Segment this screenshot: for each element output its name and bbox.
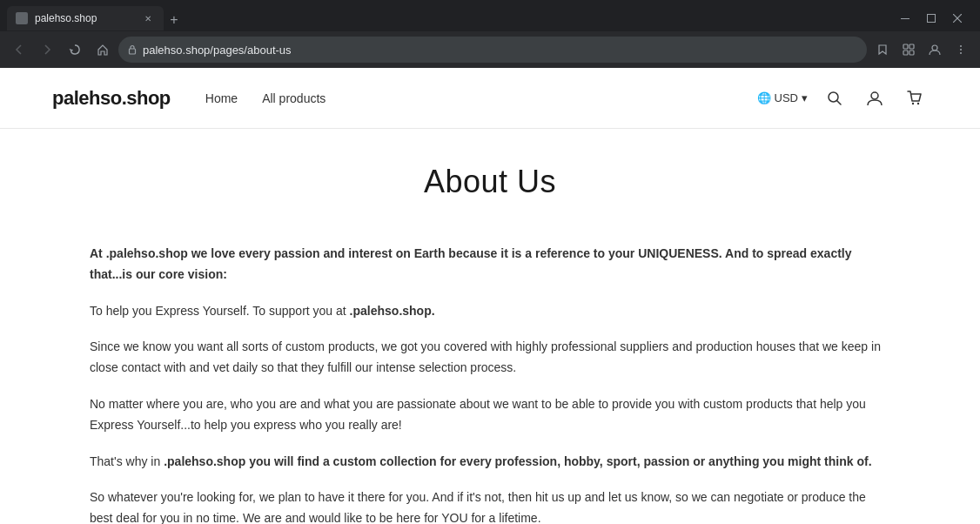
navigation-bar: palehso.shop/pages/about-us bbox=[0, 31, 980, 68]
lock-icon bbox=[127, 44, 138, 55]
website-content: palehso.shop Home All products 🌐 USD ▾ A… bbox=[0, 68, 980, 524]
svg-point-16 bbox=[912, 102, 914, 104]
svg-line-14 bbox=[837, 100, 842, 104]
active-tab[interactable]: palehso.shop ✕ bbox=[7, 6, 164, 30]
home-button[interactable] bbox=[91, 37, 115, 62]
svg-rect-1 bbox=[928, 15, 936, 23]
url-text: palehso.shop/pages/about-us bbox=[143, 44, 858, 57]
new-tab-button[interactable]: + bbox=[164, 10, 185, 30]
search-icon bbox=[827, 91, 842, 106]
window-controls bbox=[893, 6, 970, 30]
page-content: About Us At .palehso.shop we love every … bbox=[72, 129, 908, 524]
tab-close-button[interactable]: ✕ bbox=[141, 11, 155, 25]
nav-home[interactable]: Home bbox=[205, 91, 238, 105]
site-nav: Home All products bbox=[205, 91, 757, 105]
svg-rect-7 bbox=[903, 50, 908, 55]
svg-point-15 bbox=[871, 92, 878, 99]
site-logo[interactable]: palehso.shop bbox=[52, 87, 171, 110]
paragraph-3: Since we know you want all sorts of cust… bbox=[90, 337, 890, 379]
content-body: At .palehso.shop we love every passion a… bbox=[90, 244, 890, 524]
para5-text: That's why in .palehso.shop you will fin… bbox=[90, 454, 872, 468]
paragraph-6: So whatever you're looking for, we plan … bbox=[90, 487, 890, 524]
bookmark-button[interactable] bbox=[870, 37, 895, 62]
currency-button[interactable]: 🌐 USD ▾ bbox=[757, 91, 808, 104]
user-icon bbox=[867, 91, 883, 106]
cart-button[interactable] bbox=[902, 85, 928, 111]
reload-button[interactable] bbox=[63, 37, 87, 62]
extensions-button[interactable] bbox=[896, 37, 921, 62]
svg-point-17 bbox=[917, 102, 919, 104]
para2-text: To help you Express Yourself. To support… bbox=[90, 304, 435, 318]
nav-actions bbox=[870, 37, 973, 62]
svg-rect-0 bbox=[901, 18, 910, 19]
currency-chevron-icon: ▾ bbox=[802, 91, 808, 104]
paragraph-1: At .palehso.shop we love every passion a… bbox=[90, 244, 890, 286]
svg-rect-8 bbox=[910, 50, 914, 55]
paragraph-4: No matter where you are, who you are and… bbox=[90, 394, 890, 436]
header-actions: 🌐 USD ▾ bbox=[757, 85, 928, 111]
page-title: About Us bbox=[90, 164, 890, 200]
svg-rect-6 bbox=[910, 44, 914, 49]
svg-rect-5 bbox=[903, 44, 908, 49]
address-bar[interactable]: palehso.shop/pages/about-us bbox=[118, 37, 867, 63]
svg-rect-4 bbox=[130, 49, 136, 54]
cart-icon bbox=[907, 91, 923, 106]
tab-favicon bbox=[16, 12, 28, 24]
close-button[interactable] bbox=[945, 6, 970, 30]
svg-point-10 bbox=[960, 45, 962, 47]
svg-point-11 bbox=[960, 49, 962, 50]
menu-button[interactable] bbox=[949, 37, 973, 62]
forward-button[interactable] bbox=[35, 37, 59, 62]
svg-point-12 bbox=[960, 52, 962, 54]
browser-chrome: palehso.shop ✕ + bbox=[0, 0, 980, 68]
para6-text: So whatever you're looking for, we plan … bbox=[90, 490, 866, 524]
search-button[interactable] bbox=[822, 85, 848, 111]
account-button[interactable] bbox=[862, 85, 888, 111]
minimize-button[interactable] bbox=[893, 6, 917, 30]
para1-text: At .palehso.shop we love every passion a… bbox=[90, 246, 852, 281]
back-button[interactable] bbox=[7, 37, 31, 62]
profile-button[interactable] bbox=[923, 37, 947, 62]
nav-all-products[interactable]: All products bbox=[262, 91, 326, 105]
para4-text: No matter where you are, who you are and… bbox=[90, 397, 866, 432]
currency-label: USD bbox=[775, 91, 798, 104]
globe-icon: 🌐 bbox=[757, 91, 771, 104]
maximize-button[interactable] bbox=[919, 6, 943, 30]
site-header: palehso.shop Home All products 🌐 USD ▾ bbox=[0, 68, 980, 129]
paragraph-2: To help you Express Yourself. To support… bbox=[90, 301, 890, 322]
para3-text: Since we know you want all sorts of cust… bbox=[90, 339, 881, 374]
paragraph-5: That's why in .palehso.shop you will fin… bbox=[90, 452, 890, 473]
svg-point-9 bbox=[932, 45, 937, 50]
tab-bar: palehso.shop ✕ + bbox=[0, 0, 980, 31]
tab-title: palehso.shop bbox=[35, 12, 134, 24]
